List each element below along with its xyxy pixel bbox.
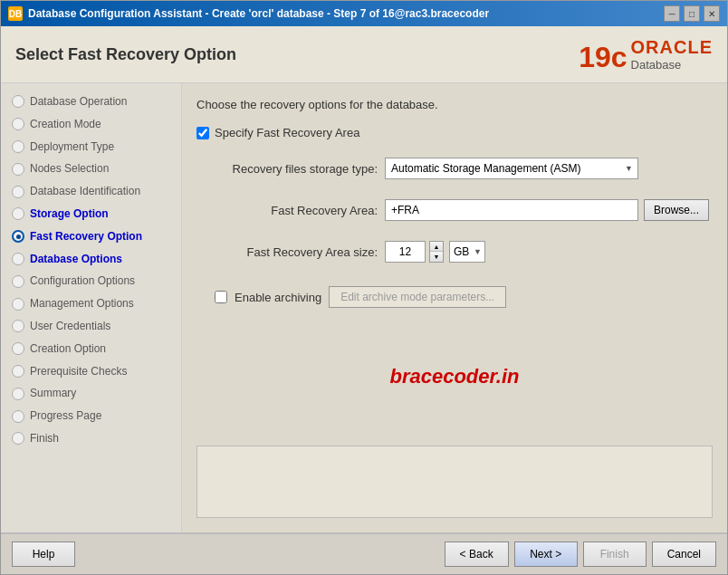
step-circle-database-identification	[12, 186, 24, 198]
step-circle-storage-option	[12, 207, 24, 220]
sidebar-item-database-identification: Database Identification	[1, 180, 181, 203]
recovery-files-row: Recovery files storage type: Automatic S…	[196, 158, 713, 179]
sidebar-item-prerequisite-checks: Prerequisite Checks	[1, 360, 181, 383]
finish-button[interactable]: Finish	[583, 541, 647, 567]
sidebar-item-summary: Summary	[1, 382, 181, 405]
specify-fra-label: Specify Fast Recovery Area	[215, 126, 359, 139]
recovery-files-dropdown[interactable]: Automatic Storage Management (ASM) File …	[385, 158, 638, 179]
sidebar-item-deployment-type: Deployment Type	[1, 136, 181, 158]
sidebar-item-progress-page: Progress Page	[1, 405, 181, 427]
footer-right: < Back Next > Finish Cancel	[445, 541, 716, 567]
sidebar-item-creation-option: Creation Option	[1, 338, 181, 360]
step-circle-database-options	[12, 253, 24, 265]
sidebar-item-nodes-selection: Nodes Selection	[1, 158, 181, 180]
fra-size-control: ▲ ▼ GB MB TB	[385, 241, 485, 263]
minimize-button[interactable]: ─	[664, 5, 680, 22]
enable-archiving-label: Enable archiving	[235, 291, 321, 304]
step-circle-summary	[12, 388, 24, 400]
step-circle-fast-recovery-option	[12, 230, 24, 243]
step-circle-progress-page	[12, 410, 24, 423]
oracle-name: ORACLE	[631, 37, 713, 58]
main-panel: Choose the recovery options for the data…	[182, 83, 727, 532]
fra-size-row: Fast Recovery Area size: ▲ ▼ GB MB T	[196, 241, 713, 263]
fra-size-label: Fast Recovery Area size:	[215, 245, 378, 259]
step-circle-user-credentials	[12, 320, 24, 332]
step-circle-configuration-options	[12, 275, 24, 288]
oracle-logo: 19c ORACLE Database	[579, 37, 713, 72]
footer: Help < Back Next > Finish Cancel	[1, 532, 727, 574]
spin-up-button[interactable]: ▲	[430, 242, 443, 252]
sidebar-item-user-credentials: User Credentials	[1, 315, 181, 338]
specify-fra-checkbox[interactable]	[196, 127, 209, 139]
spin-wrapper: ▲ ▼	[385, 241, 444, 263]
window-title: Database Configuration Assistant - Creat…	[28, 7, 489, 20]
unit-dropdown[interactable]: GB MB TB	[449, 241, 485, 263]
archive-params-button[interactable]: Edit archive mode parameters...	[329, 286, 506, 308]
step-circle-deployment-type	[12, 140, 24, 153]
step-circle-finish	[12, 432, 24, 445]
close-button[interactable]: ✕	[704, 5, 720, 22]
recovery-files-control: Automatic Storage Management (ASM) File …	[385, 158, 638, 179]
log-area	[196, 446, 713, 518]
step-circle-creation-option	[12, 342, 24, 355]
fra-control: Browse...	[385, 199, 709, 221]
recovery-files-label: Recovery files storage type:	[215, 162, 378, 176]
help-button[interactable]: Help	[12, 541, 75, 567]
specify-fra-row: Specify Fast Recovery Area	[196, 126, 713, 139]
fra-input[interactable]	[385, 199, 638, 221]
fra-label: Fast Recovery Area:	[215, 204, 378, 217]
step-circle-nodes-selection	[12, 163, 24, 176]
title-bar-controls: ─ □ ✕	[664, 5, 720, 22]
unit-dropdown-wrapper: GB MB TB	[449, 241, 485, 263]
step-circle-prerequisite-checks	[12, 365, 24, 378]
page-title: Select Fast Recovery Option	[15, 45, 236, 64]
maximize-button[interactable]: □	[684, 5, 700, 22]
browse-button[interactable]: Browse...	[644, 199, 709, 221]
step-circle-database-operation	[12, 95, 24, 108]
content-area: Database Operation Creation Mode Deploym…	[1, 83, 727, 532]
sidebar-item-finish: Finish	[1, 427, 181, 450]
sidebar-item-creation-mode: Creation Mode	[1, 113, 181, 136]
title-bar-left: DB Database Configuration Assistant - Cr…	[8, 6, 489, 21]
sidebar-item-database-operation: Database Operation	[1, 91, 181, 113]
spin-btn-group: ▲ ▼	[429, 241, 444, 263]
oracle-brand: ORACLE Database	[631, 37, 713, 72]
oracle-db-label: Database	[631, 58, 682, 72]
app-icon: DB	[8, 6, 23, 21]
sidebar-item-fast-recovery-option: Fast Recovery Option	[1, 225, 181, 248]
sidebar: Database Operation Creation Mode Deploym…	[1, 83, 182, 532]
fra-row: Fast Recovery Area: Browse...	[196, 199, 713, 221]
footer-left: Help	[12, 541, 75, 567]
main-window: DB Database Configuration Assistant - Cr…	[0, 0, 728, 575]
step-circle-creation-mode	[12, 118, 24, 130]
cancel-button[interactable]: Cancel	[652, 541, 716, 567]
watermark: bracecoder.in	[196, 337, 713, 417]
title-bar: DB Database Configuration Assistant - Cr…	[1, 1, 727, 26]
oracle-version: 19c	[579, 43, 627, 72]
header: Select Fast Recovery Option 19c ORACLE D…	[1, 26, 727, 83]
sidebar-item-storage-option[interactable]: Storage Option	[1, 203, 181, 225]
recovery-files-dropdown-wrapper: Automatic Storage Management (ASM) File …	[385, 158, 638, 179]
step-circle-management-options	[12, 298, 24, 311]
next-button[interactable]: Next >	[514, 541, 578, 567]
sidebar-item-configuration-options: Configuration Options	[1, 270, 181, 292]
back-button[interactable]: < Back	[445, 541, 509, 567]
sidebar-item-database-options[interactable]: Database Options	[1, 248, 181, 271]
instruction-text: Choose the recovery options for the data…	[196, 98, 713, 111]
enable-archiving-checkbox[interactable]	[215, 291, 227, 303]
sidebar-item-management-options: Management Options	[1, 292, 181, 315]
spin-down-button[interactable]: ▼	[430, 252, 443, 262]
fra-size-input[interactable]	[385, 241, 426, 263]
archiving-row: Enable archiving Edit archive mode param…	[196, 286, 713, 308]
